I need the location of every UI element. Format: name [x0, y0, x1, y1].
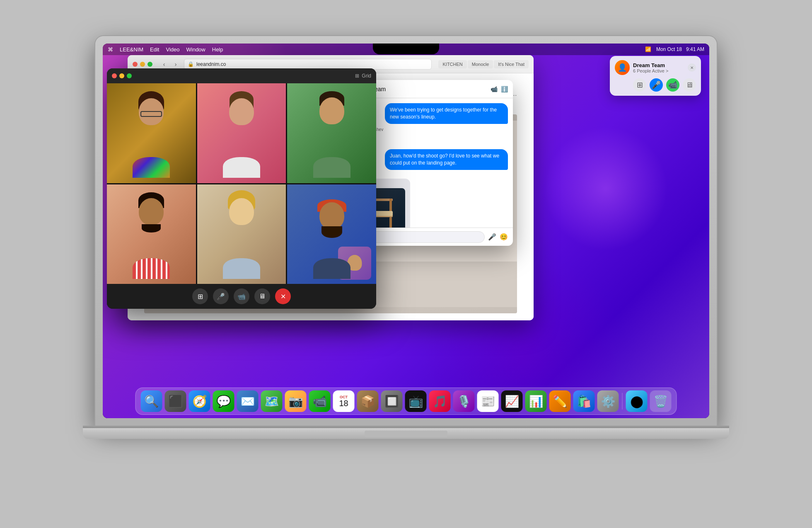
dock-icon-podcasts[interactable]: 🎙️ — [453, 390, 475, 412]
notif-screen-btn[interactable]: 🖥 — [683, 78, 696, 92]
dock-icon-stocks[interactable]: 📈 — [501, 390, 523, 412]
menu-edit[interactable]: Edit — [150, 46, 159, 53]
dock-icon-apps2[interactable]: 🔲 — [381, 390, 403, 412]
ft-grid-icon: ⊞ — [355, 73, 359, 79]
screen-bezel: ⌘ LEE&NIM Edit Video Window Help 📶 Mon O… — [103, 44, 709, 418]
browser-tabs: KITCHEN Monocle It's Nice That — [438, 60, 529, 68]
messages-info-icon[interactable]: ℹ️ — [501, 86, 508, 92]
browser-tab-monocle[interactable]: Monocle — [468, 60, 493, 68]
messages-audio-icon[interactable]: 🎤 — [488, 233, 496, 241]
apple-menu[interactable]: ⌘ — [108, 46, 113, 53]
notif-mic-btn[interactable]: 🎤 — [650, 78, 663, 92]
ft-participant-2 — [197, 83, 286, 183]
dock-divider — [622, 393, 623, 409]
notif-avatar: 👤 — [615, 60, 630, 75]
dock-icon-appstore[interactable]: 🛍️ — [573, 390, 595, 412]
macbook-base — [83, 426, 729, 439]
dock-icon-maps[interactable]: 🗺️ — [261, 390, 283, 412]
notif-video-btn[interactable]: 📹 — [666, 78, 679, 92]
notif-group-name: Dream Team — [633, 62, 684, 68]
menu-bar-right: 📶 Mon Oct 18 9:41 AM — [645, 46, 704, 52]
browser-traffic-lights — [133, 62, 152, 67]
browser-back-btn[interactable]: ‹ — [159, 59, 169, 69]
dock-icon-settings[interactable]: ⚙️ — [597, 390, 619, 412]
menu-bar-left: ⌘ LEE&NIM Edit Video Window Help — [108, 46, 223, 53]
notif-close-btn[interactable]: ✕ — [688, 63, 696, 72]
app-name[interactable]: LEE&NIM — [120, 46, 143, 53]
dock-icon-pages[interactable]: ✏️ — [549, 390, 571, 412]
dock-icon-safari[interactable]: 🧭 — [189, 390, 210, 412]
address-bar[interactable]: 🔒 leeandnim.co — [184, 59, 432, 70]
ft-participant-5 — [197, 184, 286, 284]
dock-icon-trash[interactable]: 🗑️ — [650, 390, 672, 412]
browser-zoom-btn[interactable] — [147, 62, 152, 67]
browser-tab-itsnicethat[interactable]: It's Nice That — [494, 60, 529, 68]
dock-icon-screentime[interactable]: ⬤ — [626, 390, 648, 412]
browser-forward-btn[interactable]: › — [171, 59, 181, 69]
dock-icon-mail[interactable]: ✉️ — [237, 390, 259, 412]
menu-help[interactable]: Help — [212, 46, 223, 53]
ft-grid-view-btn[interactable]: ⊞ — [192, 288, 208, 304]
messages-video-icon[interactable]: 📹 — [491, 86, 498, 92]
svg-rect-16 — [389, 217, 392, 228]
messages-emoji-icon[interactable]: 😊 — [500, 233, 508, 241]
macbook-hinge — [83, 426, 729, 428]
ft-camera-btn[interactable]: 📹 — [234, 288, 249, 304]
facetime-toolbar: ⊞ Grid — [107, 68, 376, 83]
ft-participant-3 — [287, 83, 376, 183]
dock-icon-messages[interactable]: 💬 — [213, 390, 234, 412]
ft-layout-toggle[interactable]: ⊞ Grid — [355, 73, 371, 79]
notification-pill: 👤 Dream Team 6 People Active > ✕ ⊞ 🎤 📹 🖥 — [610, 56, 701, 96]
ft-zoom-btn[interactable] — [127, 73, 132, 78]
browser-minimize-btn[interactable] — [140, 62, 145, 67]
dock-icon-calendar[interactable]: OCT 18 — [333, 390, 355, 412]
dock-icon-news[interactable]: 📰 — [477, 390, 499, 412]
macbook-lid: ⌘ LEE&NIM Edit Video Window Help 📶 Mon O… — [95, 36, 717, 426]
dock: 🔍 ⬛ 🧭 💬 ✉️ 🗺️ 📷 📹 OCT 18 📦 🔲 — [135, 388, 677, 415]
browser-close-btn[interactable] — [133, 62, 138, 67]
menu-datetime: Mon Oct 18 9:41 AM — [656, 46, 704, 52]
notch — [373, 44, 439, 54]
dock-icon-launchpad[interactable]: ⬛ — [165, 390, 186, 412]
msg-bubble-sent-1: We've been trying to get designs togethe… — [385, 103, 508, 124]
dock-icon-numbers[interactable]: 📊 — [525, 390, 547, 412]
url-text: leeandnim.co — [196, 61, 226, 67]
msg-bubble-sent-2: Juan, how'd the shoot go? I'd love to se… — [385, 149, 508, 170]
dock-icon-apps1[interactable]: 📦 — [357, 390, 379, 412]
dock-icon-appletv[interactable]: 📺 — [405, 390, 427, 412]
ft-screen-share-btn[interactable]: 🖥 — [254, 288, 270, 304]
notif-group-btn[interactable]: ⊞ — [633, 78, 646, 92]
ft-grid-label: Grid — [362, 73, 371, 79]
browser-tab-kitchen[interactable]: KITCHEN — [438, 60, 466, 68]
ft-traffic-lights — [112, 73, 132, 78]
macbook-trackpad-area — [365, 431, 447, 437]
ft-close-btn[interactable] — [112, 73, 117, 78]
dock-icon-photos[interactable]: 📷 — [285, 390, 307, 412]
ft-participant-4 — [107, 184, 196, 284]
notif-header: 👤 Dream Team 6 People Active > ✕ — [615, 60, 696, 75]
notif-text: Dream Team 6 People Active > — [633, 62, 684, 73]
ft-minimize-btn[interactable] — [119, 73, 124, 78]
browser-nav: ‹ › — [159, 59, 181, 69]
ft-participant-1 — [107, 83, 196, 183]
dock-container: 🔍 ⬛ 🧭 💬 ✉️ 🗺️ 📷 📹 OCT 18 📦 🔲 — [135, 388, 677, 415]
lock-icon: 🔒 — [188, 61, 194, 67]
dock-icon-finder[interactable]: 🔍 — [141, 390, 162, 412]
ft-end-call-btn[interactable]: ✕ — [275, 288, 291, 304]
facetime-controls: ⊞ 🎤 📹 🖥 ✕ — [107, 284, 376, 309]
svg-rect-14 — [389, 199, 392, 213]
notif-subtitle: 6 People Active > — [633, 68, 684, 73]
menu-wifi-icon: 📶 — [645, 46, 651, 52]
macos-desktop: ⌘ LEE&NIM Edit Video Window Help 📶 Mon O… — [103, 44, 709, 418]
menu-window[interactable]: Window — [186, 46, 205, 53]
notif-controls: ⊞ 🎤 📹 🖥 — [615, 78, 696, 92]
facetime-window[interactable]: ⊞ Grid — [107, 68, 376, 309]
dock-icon-facetime[interactable]: 📹 — [309, 390, 331, 412]
ft-mute-btn[interactable]: 🎤 — [213, 288, 229, 304]
dock-icon-music[interactable]: 🎵 — [429, 390, 451, 412]
macbook: ⌘ LEE&NIM Edit Video Window Help 📶 Mon O… — [58, 36, 754, 492]
menu-video[interactable]: Video — [166, 46, 179, 53]
